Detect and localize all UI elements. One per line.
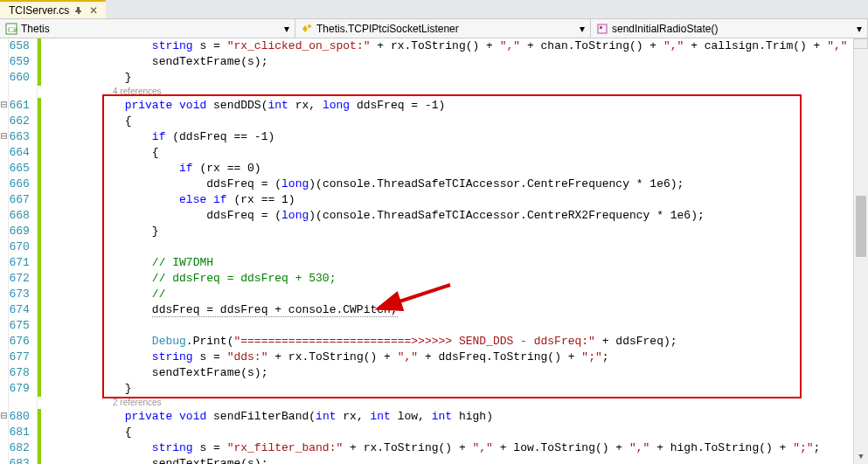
code-line: } <box>43 224 868 239</box>
close-icon[interactable]: ✕ <box>88 5 99 16</box>
code-line: } <box>43 381 868 397</box>
pin-icon[interactable] <box>74 6 83 15</box>
code-line: sendTextFrame(s); <box>43 456 868 464</box>
chevron-down-icon: ▾ <box>284 23 289 35</box>
scope-label: Thetis <box>21 23 50 35</box>
svg-text:C#: C# <box>8 25 17 34</box>
code-line: } <box>43 70 868 86</box>
code-line: { <box>43 145 868 161</box>
codelens-references[interactable]: 2 references <box>43 397 868 409</box>
tab-bar: TCIServer.cs ✕ <box>0 0 868 19</box>
tab-title: TCIServer.cs <box>9 4 69 17</box>
code-line: ddsFreq = (long)(console.ThreadSafeTCIAc… <box>43 208 868 224</box>
line-number-gutter: 658659660 661662663664665666667668669670… <box>9 38 37 464</box>
code-line: ddsFreq = ddsFreq + console.CWPitch; <box>43 302 868 318</box>
member-dropdown[interactable]: sendInitialRadioState() ▾ <box>591 19 868 38</box>
code-line: Debug.Print("=========================>>… <box>43 334 868 350</box>
outline-gutter[interactable]: ⊟ ⊟ ⊟ <box>0 38 9 464</box>
code-line: { <box>43 114 868 129</box>
navigation-bar: C# Thetis ▾ Thetis.TCPIPtciSocketListene… <box>0 19 868 38</box>
code-line: string s = "rx_filter_band:" + rx.ToStri… <box>43 440 868 456</box>
method-icon <box>596 23 608 35</box>
svg-point-2 <box>308 24 311 28</box>
csharp-icon: C# <box>5 23 17 35</box>
chevron-down-icon: ▾ <box>580 23 585 35</box>
scope-dropdown[interactable]: C# Thetis ▾ <box>0 19 295 38</box>
member-label: sendInitialRadioState() <box>612 23 718 35</box>
collapse-toggle[interactable]: ⊟ <box>0 129 8 145</box>
code-line: ddsFreq = (long)(console.ThreadSafeTCIAc… <box>43 177 868 192</box>
scroll-thumb[interactable] <box>856 196 866 257</box>
code-line: string s = "rx_clicked_on_spot:" + rx.To… <box>43 38 868 54</box>
code-line: else if (rx == 1) <box>43 192 868 208</box>
code-line: if (rx == 0) <box>43 161 868 177</box>
code-line: string s = "dds:" + rx.ToString() + "," … <box>43 350 868 365</box>
code-line: private void sendFilterBand(int rx, int … <box>43 409 868 425</box>
code-editor[interactable]: ⊟ ⊟ ⊟ 658659660 661662663664665666667668… <box>0 38 868 464</box>
code-body[interactable]: string s = "rx_clicked_on_spot:" + rx.To… <box>39 38 868 464</box>
split-editor-button[interactable] <box>853 38 868 49</box>
class-icon <box>301 23 313 35</box>
code-line: // IW7DMH <box>43 255 868 271</box>
code-line: sendTextFrame(s); <box>43 365 868 381</box>
codelens-references[interactable]: 4 references <box>43 86 868 98</box>
code-line: private void sendDDS(int rx, long ddsFre… <box>43 98 868 114</box>
code-line: // ddsFreq = ddsFreq + 530; <box>43 271 868 287</box>
code-line: if (ddsFreq == -1) <box>43 129 868 145</box>
code-line: sendTextFrame(s); <box>43 54 868 70</box>
collapse-toggle[interactable]: ⊟ <box>0 98 8 114</box>
code-line: // <box>43 287 868 302</box>
scroll-down-button[interactable]: ▼ <box>854 449 868 464</box>
file-tab[interactable]: TCIServer.cs ✕ <box>0 0 106 18</box>
chevron-down-icon: ▾ <box>857 23 862 35</box>
collapse-toggle[interactable]: ⊟ <box>0 409 8 425</box>
vertical-scrollbar[interactable]: ▲ ▼ <box>853 38 868 464</box>
type-dropdown[interactable]: Thetis.TCPIPtciSocketListener ▾ <box>295 19 591 38</box>
code-line: { <box>43 425 868 440</box>
type-label: Thetis.TCPIPtciSocketListener <box>316 23 459 35</box>
code-line <box>43 239 868 255</box>
svg-rect-4 <box>600 26 602 29</box>
code-line <box>43 318 868 334</box>
